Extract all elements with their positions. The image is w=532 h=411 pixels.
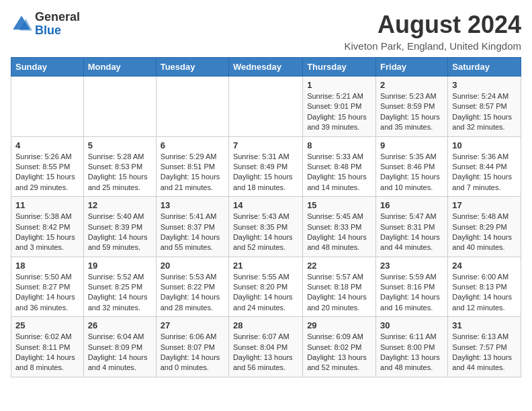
- day-info: Sunrise: 5:23 AM Sunset: 8:59 PM Dayligh…: [380, 91, 443, 133]
- month-year-title: August 2024: [345, 11, 522, 39]
- day-number: 29: [307, 320, 371, 330]
- day-info: Sunrise: 5:59 AM Sunset: 8:16 PM Dayligh…: [380, 272, 443, 314]
- day-info: Sunrise: 6:11 AM Sunset: 8:00 PM Dayligh…: [380, 332, 443, 373]
- calendar-cell: 21Sunrise: 5:55 AM Sunset: 8:20 PM Dayli…: [228, 257, 302, 317]
- location-subtitle: Kiveton Park, England, United Kingdom: [345, 40, 522, 52]
- header-thursday: Thursday: [303, 58, 376, 77]
- calendar-cell: 20Sunrise: 5:53 AM Sunset: 8:22 PM Dayli…: [156, 257, 228, 317]
- day-info: Sunrise: 5:53 AM Sunset: 8:22 PM Dayligh…: [161, 272, 224, 314]
- calendar-cell: 1Sunrise: 5:21 AM Sunset: 9:01 PM Daylig…: [303, 77, 376, 137]
- day-number: 12: [88, 200, 152, 210]
- day-info: Sunrise: 5:52 AM Sunset: 8:25 PM Dayligh…: [88, 272, 152, 314]
- calendar-cell: [228, 77, 302, 137]
- day-info: Sunrise: 5:57 AM Sunset: 8:18 PM Dayligh…: [307, 272, 371, 314]
- day-info: Sunrise: 5:48 AM Sunset: 8:29 PM Dayligh…: [452, 212, 517, 253]
- day-number: 14: [233, 200, 298, 210]
- day-number: 20: [161, 261, 224, 271]
- calendar-cell: 23Sunrise: 5:59 AM Sunset: 8:16 PM Dayli…: [376, 257, 448, 317]
- day-info: Sunrise: 5:21 AM Sunset: 9:01 PM Dayligh…: [307, 91, 371, 133]
- day-info: Sunrise: 5:24 AM Sunset: 8:57 PM Dayligh…: [452, 91, 517, 133]
- day-info: Sunrise: 5:35 AM Sunset: 8:46 PM Dayligh…: [380, 152, 443, 193]
- title-area: August 2024 Kiveton Park, England, Unite…: [345, 11, 522, 52]
- day-number: 26: [88, 320, 152, 330]
- calendar-cell: 30Sunrise: 6:11 AM Sunset: 8:00 PM Dayli…: [376, 317, 448, 377]
- calendar-cell: 22Sunrise: 5:57 AM Sunset: 8:18 PM Dayli…: [303, 257, 376, 317]
- day-info: Sunrise: 5:50 AM Sunset: 8:27 PM Dayligh…: [15, 272, 79, 314]
- day-number: 16: [380, 200, 443, 210]
- day-number: 10: [452, 140, 517, 150]
- calendar-cell: 17Sunrise: 5:48 AM Sunset: 8:29 PM Dayli…: [448, 197, 521, 257]
- calendar-cell: 24Sunrise: 6:00 AM Sunset: 8:13 PM Dayli…: [448, 257, 521, 317]
- day-number: 19: [88, 261, 152, 271]
- calendar-cell: [11, 77, 84, 137]
- header-tuesday: Tuesday: [156, 58, 228, 77]
- logo-icon: [11, 13, 32, 35]
- day-number: 24: [452, 261, 517, 271]
- day-info: Sunrise: 5:29 AM Sunset: 8:51 PM Dayligh…: [161, 152, 224, 193]
- day-number: 17: [452, 200, 517, 210]
- day-info: Sunrise: 5:55 AM Sunset: 8:20 PM Dayligh…: [233, 272, 298, 314]
- header-wednesday: Wednesday: [228, 58, 302, 77]
- day-number: 3: [452, 80, 517, 90]
- day-info: Sunrise: 5:26 AM Sunset: 8:55 PM Dayligh…: [15, 152, 79, 193]
- header-friday: Friday: [376, 58, 448, 77]
- calendar-cell: 8Sunrise: 5:33 AM Sunset: 8:48 PM Daylig…: [303, 136, 376, 197]
- header-sunday: Sunday: [11, 58, 84, 77]
- calendar-cell: 28Sunrise: 6:07 AM Sunset: 8:04 PM Dayli…: [228, 317, 302, 377]
- day-number: 6: [161, 140, 224, 150]
- day-info: Sunrise: 5:38 AM Sunset: 8:42 PM Dayligh…: [15, 212, 79, 253]
- day-number: 1: [307, 80, 371, 90]
- calendar-cell: 29Sunrise: 6:09 AM Sunset: 8:02 PM Dayli…: [303, 317, 376, 377]
- day-number: 7: [233, 140, 298, 150]
- day-info: Sunrise: 6:13 AM Sunset: 7:57 PM Dayligh…: [452, 332, 517, 373]
- logo-text: General Blue: [35, 11, 80, 38]
- week-row-2: 4Sunrise: 5:26 AM Sunset: 8:55 PM Daylig…: [11, 136, 521, 197]
- calendar-cell: [156, 77, 228, 137]
- day-info: Sunrise: 6:09 AM Sunset: 8:02 PM Dayligh…: [307, 332, 371, 373]
- calendar-cell: 3Sunrise: 5:24 AM Sunset: 8:57 PM Daylig…: [448, 77, 521, 137]
- day-info: Sunrise: 5:41 AM Sunset: 8:37 PM Dayligh…: [161, 212, 224, 253]
- calendar-cell: 5Sunrise: 5:28 AM Sunset: 8:53 PM Daylig…: [83, 136, 156, 197]
- calendar-cell: 7Sunrise: 5:31 AM Sunset: 8:49 PM Daylig…: [228, 136, 302, 197]
- calendar-cell: 9Sunrise: 5:35 AM Sunset: 8:46 PM Daylig…: [376, 136, 448, 197]
- calendar-cell: 2Sunrise: 5:23 AM Sunset: 8:59 PM Daylig…: [376, 77, 448, 137]
- calendar-cell: 12Sunrise: 5:40 AM Sunset: 8:39 PM Dayli…: [83, 197, 156, 257]
- day-number: 30: [380, 320, 443, 330]
- day-number: 25: [15, 320, 79, 330]
- day-number: 2: [380, 80, 443, 90]
- calendar-cell: 15Sunrise: 5:45 AM Sunset: 8:33 PM Dayli…: [303, 197, 376, 257]
- week-row-4: 18Sunrise: 5:50 AM Sunset: 8:27 PM Dayli…: [11, 257, 521, 317]
- day-number: 13: [161, 200, 224, 210]
- day-info: Sunrise: 5:47 AM Sunset: 8:31 PM Dayligh…: [380, 212, 443, 253]
- calendar-header-row: SundayMondayTuesdayWednesdayThursdayFrid…: [11, 58, 521, 77]
- day-number: 28: [233, 320, 298, 330]
- day-info: Sunrise: 5:45 AM Sunset: 8:33 PM Dayligh…: [307, 212, 371, 253]
- day-number: 5: [88, 140, 152, 150]
- day-info: Sunrise: 5:40 AM Sunset: 8:39 PM Dayligh…: [88, 212, 152, 253]
- calendar-cell: 25Sunrise: 6:02 AM Sunset: 8:11 PM Dayli…: [11, 317, 84, 377]
- calendar-cell: 18Sunrise: 5:50 AM Sunset: 8:27 PM Dayli…: [11, 257, 84, 317]
- day-info: Sunrise: 6:02 AM Sunset: 8:11 PM Dayligh…: [15, 332, 79, 373]
- logo-general-text: General: [35, 10, 80, 24]
- day-info: Sunrise: 5:33 AM Sunset: 8:48 PM Dayligh…: [307, 152, 371, 193]
- calendar-cell: 26Sunrise: 6:04 AM Sunset: 8:09 PM Dayli…: [83, 317, 156, 377]
- page-header: General Blue August 2024 Kiveton Park, E…: [11, 11, 521, 52]
- week-row-3: 11Sunrise: 5:38 AM Sunset: 8:42 PM Dayli…: [11, 197, 521, 257]
- week-row-1: 1Sunrise: 5:21 AM Sunset: 9:01 PM Daylig…: [11, 77, 521, 137]
- calendar-cell: 10Sunrise: 5:36 AM Sunset: 8:44 PM Dayli…: [448, 136, 521, 197]
- day-number: 31: [452, 320, 517, 330]
- day-number: 27: [161, 320, 224, 330]
- day-number: 11: [15, 200, 79, 210]
- day-number: 8: [307, 140, 371, 150]
- day-number: 15: [307, 200, 371, 210]
- header-monday: Monday: [83, 58, 156, 77]
- day-number: 21: [233, 261, 298, 271]
- day-number: 18: [15, 261, 79, 271]
- header-saturday: Saturday: [448, 58, 521, 77]
- day-info: Sunrise: 5:28 AM Sunset: 8:53 PM Dayligh…: [88, 152, 152, 193]
- calendar-cell: 4Sunrise: 5:26 AM Sunset: 8:55 PM Daylig…: [11, 136, 84, 197]
- day-info: Sunrise: 5:36 AM Sunset: 8:44 PM Dayligh…: [452, 152, 517, 193]
- day-info: Sunrise: 6:07 AM Sunset: 8:04 PM Dayligh…: [233, 332, 298, 373]
- day-number: 23: [380, 261, 443, 271]
- calendar-cell: 16Sunrise: 5:47 AM Sunset: 8:31 PM Dayli…: [376, 197, 448, 257]
